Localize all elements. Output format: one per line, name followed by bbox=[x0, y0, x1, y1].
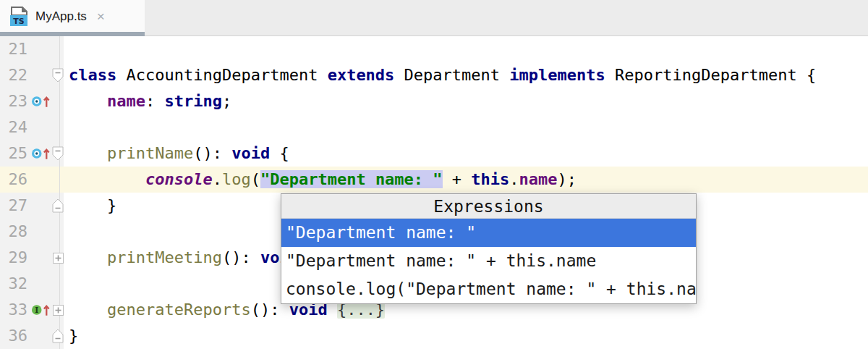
fold-marker-slot bbox=[52, 271, 64, 297]
token-pln bbox=[69, 300, 107, 319]
code-text[interactable]: class AccountingDepartment extends Depar… bbox=[64, 62, 868, 88]
token-con: console bbox=[145, 170, 213, 188]
svg-text:TS: TS bbox=[13, 17, 25, 26]
line-number[interactable]: 22 bbox=[0, 62, 27, 88]
line-number[interactable]: 24 bbox=[0, 114, 27, 140]
fold-marker-slot[interactable] bbox=[52, 62, 64, 88]
token-kw: extends bbox=[328, 66, 395, 84]
fold-end-marker bbox=[52, 329, 64, 343]
expressions-popup: Expressions "Department name: ""Departme… bbox=[281, 193, 697, 304]
implemented-method-icon: I bbox=[31, 303, 52, 317]
token-pln: Department bbox=[394, 66, 509, 84]
code-text[interactable]: name: string; bbox=[64, 88, 868, 114]
gutter-icon-slot bbox=[27, 167, 52, 193]
token-kw: void bbox=[231, 144, 270, 162]
gutter: 33I bbox=[0, 297, 64, 323]
token-mth: printName bbox=[107, 144, 193, 162]
fold-marker-slot[interactable] bbox=[52, 323, 64, 349]
fold-marker-slot bbox=[52, 167, 64, 193]
token-mth: log bbox=[222, 170, 251, 188]
gutter: 23 bbox=[0, 88, 64, 114]
expression-option-1[interactable]: "Department name: " bbox=[281, 219, 696, 247]
token-pln: ; bbox=[222, 92, 231, 110]
code-line-26: 26 console.log("Department name: " + thi… bbox=[0, 167, 868, 193]
token-pln: : bbox=[145, 92, 165, 110]
token-kw: class bbox=[69, 66, 116, 84]
fold-marker-slot bbox=[52, 36, 64, 62]
gutter-icon-slot bbox=[27, 62, 52, 88]
code-text[interactable]: printName(): void { bbox=[64, 140, 868, 167]
expression-option-3[interactable]: console.log("Department name: " + this.n… bbox=[281, 275, 696, 303]
token-pln: + bbox=[443, 170, 472, 188]
line-number[interactable]: 32 bbox=[0, 271, 27, 297]
code-text[interactable]: } bbox=[64, 323, 868, 349]
fold-marker-slot[interactable] bbox=[52, 245, 64, 271]
token-pln: } bbox=[69, 196, 116, 214]
gutter-icon-slot[interactable] bbox=[27, 140, 52, 167]
fold-marker-slot bbox=[52, 88, 64, 114]
line-number[interactable]: 36 bbox=[0, 323, 27, 349]
override-method-icon bbox=[31, 146, 52, 161]
popup-title: Expressions bbox=[281, 194, 696, 219]
token-fld: name bbox=[107, 92, 145, 110]
token-pln: { bbox=[270, 144, 289, 162]
fold-marker-slot[interactable] bbox=[52, 297, 64, 323]
line-number[interactable]: 25 bbox=[0, 140, 27, 167]
token-pln bbox=[69, 92, 107, 110]
svg-text:I: I bbox=[35, 306, 38, 315]
gutter-icon-slot bbox=[27, 36, 52, 62]
tab-myapp-ts[interactable]: TS MyApp.ts × bbox=[0, 0, 145, 33]
token-kw: implements bbox=[509, 66, 605, 84]
line-number[interactable]: 29 bbox=[0, 245, 27, 271]
fold-expand-marker bbox=[53, 305, 64, 316]
tab-title: MyApp.ts bbox=[35, 9, 87, 24]
token-pln: (): bbox=[222, 248, 260, 266]
editor-tab-bar: TS MyApp.ts × bbox=[0, 0, 868, 36]
fold-marker-slot[interactable] bbox=[52, 140, 64, 167]
editor[interactable]: 2122class AccountingDepartment extends D… bbox=[0, 36, 868, 349]
line-number[interactable]: 27 bbox=[0, 193, 27, 219]
gutter: 26 bbox=[0, 167, 64, 193]
gutter-icon-slot[interactable]: I bbox=[27, 297, 52, 323]
expression-option-2[interactable]: "Department name: " + this.name bbox=[281, 247, 696, 275]
fold-start-marker bbox=[52, 146, 64, 161]
gutter: 22 bbox=[0, 62, 64, 88]
fold-end-marker bbox=[52, 198, 64, 213]
gutter: 27 bbox=[0, 193, 64, 219]
fold-marker-slot[interactable] bbox=[52, 193, 64, 219]
token-mth: printMeeting bbox=[107, 248, 222, 266]
token-pln: . bbox=[213, 170, 222, 188]
fold-expand-marker bbox=[53, 253, 64, 264]
gutter-icon-slot bbox=[27, 219, 52, 245]
typescript-file-icon: TS bbox=[9, 6, 29, 28]
gutter-icon-slot bbox=[27, 245, 52, 271]
token-pln bbox=[69, 144, 107, 162]
gutter-icon-slot bbox=[27, 193, 52, 219]
gutter-icon-slot bbox=[27, 323, 52, 349]
token-pln: ( bbox=[251, 170, 260, 188]
line-number[interactable]: 21 bbox=[0, 36, 27, 62]
token-pln bbox=[69, 248, 107, 266]
close-tab-icon[interactable]: × bbox=[97, 9, 105, 23]
line-number[interactable]: 33 bbox=[0, 297, 27, 323]
token-mth: generateReports bbox=[107, 300, 251, 319]
fold-marker-slot bbox=[52, 219, 64, 245]
override-method-icon bbox=[31, 94, 52, 109]
line-number[interactable]: 28 bbox=[0, 219, 27, 245]
token-pln bbox=[69, 170, 145, 188]
selected-expression-text: "Department name: " bbox=[260, 170, 443, 188]
gutter: 29 bbox=[0, 245, 64, 271]
gutter-icon-slot[interactable] bbox=[27, 88, 52, 114]
gutter: 21 bbox=[0, 36, 64, 62]
token-pln: ); bbox=[558, 170, 577, 188]
token-pln: (): bbox=[193, 144, 231, 162]
code-line-25: 25 printName(): void { bbox=[0, 140, 868, 167]
code-text[interactable] bbox=[64, 36, 868, 62]
line-number[interactable]: 26 bbox=[0, 167, 27, 193]
token-pln: ReportingDepartment { bbox=[605, 66, 816, 84]
code-text[interactable]: console.log("Department name: " + this.n… bbox=[64, 167, 868, 193]
code-text[interactable] bbox=[64, 114, 868, 140]
line-number[interactable]: 23 bbox=[0, 88, 27, 114]
token-fld: name bbox=[519, 170, 558, 188]
token-kw: this bbox=[471, 170, 509, 188]
